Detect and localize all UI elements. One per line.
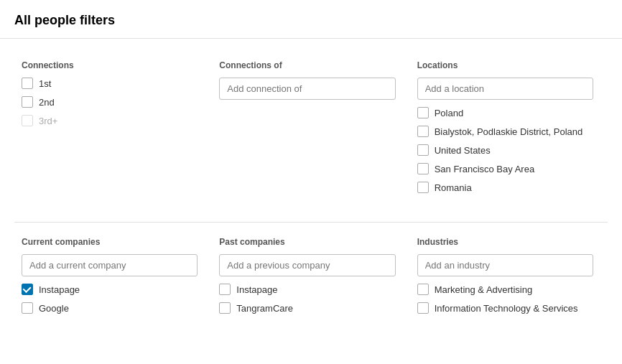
location-usa-label: United States (435, 145, 491, 156)
past-companies-input[interactable] (219, 254, 395, 276)
industries-label: Industries (417, 237, 593, 247)
location-romania-label: Romania (435, 182, 472, 193)
past-companies-label: Past companies (219, 237, 395, 247)
location-sf-checkbox[interactable] (417, 163, 429, 174)
filters-second-row: Current companies Instapage Google Past … (14, 230, 608, 335)
connections-1st-checkbox[interactable] (22, 78, 33, 89)
connections-section: Connections 1st 2nd 3rd+ (14, 53, 212, 215)
current-companies-section: Current companies Instapage Google (14, 230, 212, 335)
locations-section: Locations Poland Bialystok, Podlaskie Di… (410, 53, 608, 215)
location-bialystok-checkbox[interactable] (417, 126, 429, 137)
ind-marketing-checkbox[interactable] (417, 284, 429, 295)
location-usa-item[interactable]: United States (417, 144, 593, 156)
connections-2nd-item[interactable]: 2nd (22, 96, 198, 108)
pc-instapage-item[interactable]: Instapage (219, 284, 395, 295)
pc-instapage-checkbox[interactable] (219, 284, 231, 295)
location-bialystok-item[interactable]: Bialystok, Podlaskie District, Poland (417, 126, 593, 137)
connections-3rd-checkbox (22, 115, 33, 126)
cc-instapage-item[interactable]: Instapage (22, 284, 198, 295)
past-companies-section: Past companies Instapage TangramCare (212, 230, 409, 335)
location-usa-checkbox[interactable] (417, 144, 429, 156)
ind-it-checkbox[interactable] (417, 302, 429, 314)
pc-instapage-label: Instapage (236, 284, 277, 295)
current-companies-label: Current companies (22, 237, 198, 247)
location-bialystok-label: Bialystok, Podlaskie District, Poland (435, 126, 583, 137)
cc-instapage-checkbox[interactable] (22, 284, 33, 295)
industries-section: Industries Marketing & Advertising Infor… (410, 230, 608, 335)
page-title: All people filters (14, 13, 608, 28)
ind-marketing-item[interactable]: Marketing & Advertising (417, 284, 593, 295)
industries-input[interactable] (417, 254, 593, 276)
connections-1st-label: 1st (39, 78, 51, 89)
connections-label: Connections (22, 60, 198, 70)
pc-tangramcare-item[interactable]: TangramCare (219, 302, 395, 314)
filters-first-row: Connections 1st 2nd 3rd+ Connections of … (14, 53, 608, 215)
location-poland-item[interactable]: Poland (417, 107, 593, 118)
location-poland-checkbox[interactable] (417, 107, 429, 118)
location-sf-label: San Francisco Bay Area (435, 164, 534, 174)
ind-marketing-label: Marketing & Advertising (435, 284, 533, 295)
locations-label: Locations (417, 60, 593, 70)
connections-of-section: Connections of (212, 53, 409, 215)
pc-tangramcare-checkbox[interactable] (219, 302, 231, 314)
connections-1st-item[interactable]: 1st (22, 78, 198, 89)
ind-it-item[interactable]: Information Technology & Services (417, 302, 593, 314)
location-romania-checkbox[interactable] (417, 182, 429, 193)
locations-input[interactable] (417, 78, 593, 100)
location-romania-item[interactable]: Romania (417, 182, 593, 193)
connections-2nd-label: 2nd (39, 97, 55, 108)
current-companies-input[interactable] (22, 254, 198, 276)
cc-instapage-label: Instapage (39, 284, 80, 295)
connections-3rd-label: 3rd+ (39, 116, 57, 126)
pc-tangramcare-label: TangramCare (236, 303, 293, 314)
connections-of-input[interactable] (219, 78, 395, 100)
filters-container: Connections 1st 2nd 3rd+ Connections of … (0, 39, 622, 350)
location-sf-item[interactable]: San Francisco Bay Area (417, 163, 593, 174)
ind-it-label: Information Technology & Services (435, 303, 578, 314)
row-divider (14, 222, 608, 223)
connections-3rd-item: 3rd+ (22, 115, 198, 126)
cc-google-label: Google (39, 303, 69, 314)
location-poland-label: Poland (435, 108, 463, 118)
cc-google-item[interactable]: Google (22, 302, 198, 314)
connections-2nd-checkbox[interactable] (22, 96, 33, 108)
cc-google-checkbox[interactable] (22, 302, 33, 314)
page-header: All people filters (0, 0, 622, 39)
connections-of-label: Connections of (219, 60, 395, 70)
